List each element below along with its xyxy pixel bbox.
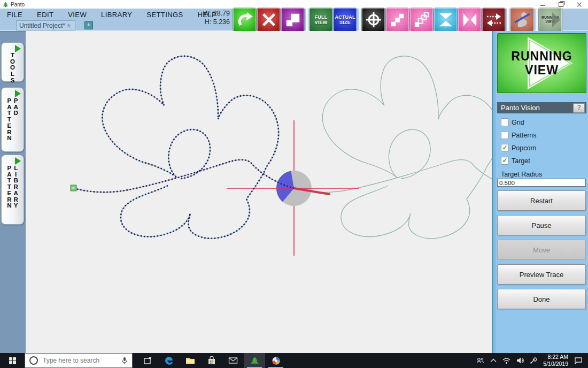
cancel-button[interactable] bbox=[257, 8, 280, 32]
panto-vision-header: Panto Vision ? bbox=[497, 102, 586, 113]
speaker-icon[interactable] bbox=[516, 357, 524, 364]
checkbox-row-target[interactable]: ✓ Target bbox=[501, 157, 586, 165]
left-sidebar: T O O L S P A T T E R N P A D P A T T E … bbox=[0, 31, 26, 354]
panel-divider[interactable] bbox=[492, 31, 496, 353]
size-readout: W: 28.79 H: 5.236 bbox=[191, 9, 230, 27]
panto-app-button[interactable] bbox=[244, 353, 265, 368]
target-radius-input[interactable] bbox=[497, 179, 586, 187]
target-checkbox-label: Target bbox=[512, 157, 530, 165]
quilting-canvas[interactable] bbox=[26, 31, 492, 353]
store-button[interactable] bbox=[201, 353, 222, 368]
play-arrow-icon bbox=[552, 12, 560, 27]
start-button[interactable] bbox=[0, 353, 25, 368]
target-radius-label: Target Radius bbox=[501, 171, 586, 178]
horizontal-triangles-icon bbox=[462, 12, 478, 28]
toolbar-separator bbox=[536, 8, 538, 32]
actual-size-button[interactable]: ACTUAL SIZE bbox=[334, 8, 357, 32]
swap-direction-button[interactable] bbox=[482, 8, 505, 32]
task-view-button[interactable] bbox=[137, 353, 158, 368]
mail-button[interactable] bbox=[222, 353, 244, 368]
panto-app-window: Panto FILE EDIT VIEW LIBRARY SETTINGS HE… bbox=[0, 0, 588, 368]
toolbar-separator bbox=[306, 8, 308, 32]
toolbar: FULL VIEW ACTUAL SIZE bbox=[233, 7, 563, 32]
stairs-filled-button[interactable] bbox=[386, 8, 409, 32]
undo-button[interactable] bbox=[233, 8, 256, 32]
done-button[interactable]: Done bbox=[497, 289, 586, 309]
menu-library[interactable]: LIBRARY bbox=[101, 11, 132, 19]
taskbar-app-icons bbox=[137, 353, 287, 368]
flip-horizontal-button[interactable] bbox=[458, 8, 481, 32]
action-center-icon[interactable] bbox=[574, 357, 583, 364]
flip-vertical-button[interactable] bbox=[434, 8, 457, 32]
checkbox-row-grid[interactable]: Grid bbox=[501, 118, 586, 126]
pad-label: P A D bbox=[14, 98, 18, 142]
running-view-line1: RUNNING bbox=[511, 49, 572, 63]
people-icon[interactable] bbox=[476, 357, 484, 364]
pattern-path-repeat-2 bbox=[294, 56, 492, 239]
undo-arrow-icon bbox=[236, 11, 253, 28]
taskbar-clock[interactable]: 8:22 AM 5/10/2019 bbox=[543, 354, 568, 367]
cortana-icon bbox=[29, 356, 38, 365]
pantograph-drawing bbox=[26, 31, 492, 353]
sidebar-tab-pattern-library[interactable]: P A T T E R N L I B R A R Y bbox=[1, 155, 24, 225]
patterns-checkbox[interactable] bbox=[501, 131, 509, 139]
search-input[interactable] bbox=[42, 356, 118, 365]
usb-connector-icon[interactable] bbox=[530, 357, 537, 364]
running-view-button[interactable]: RUNNING VIEW bbox=[497, 33, 586, 93]
pause-button[interactable]: Pause bbox=[497, 215, 586, 235]
windows-taskbar: 8:22 AM 5/10/2019 bbox=[0, 353, 588, 368]
crosshair-target-icon bbox=[365, 11, 382, 28]
close-button[interactable] bbox=[570, 0, 588, 9]
stairs-filled-icon bbox=[390, 12, 406, 28]
stairs-outline-button[interactable] bbox=[410, 8, 433, 32]
app-icon bbox=[3, 2, 9, 7]
window-title: Panto bbox=[11, 2, 25, 7]
target-button[interactable] bbox=[362, 8, 385, 32]
menubar: FILE EDIT VIEW LIBRARY SETTINGS HELP bbox=[7, 11, 216, 19]
grid-checkbox[interactable] bbox=[501, 118, 509, 126]
edge-button[interactable] bbox=[158, 353, 180, 368]
add-project-tab-button[interactable]: + bbox=[84, 21, 93, 29]
checkbox-row-patterns[interactable]: Patterns bbox=[501, 131, 586, 139]
task-view-icon bbox=[143, 356, 152, 365]
microphone-icon bbox=[121, 357, 128, 365]
menu-view[interactable]: VIEW bbox=[68, 11, 87, 19]
toolbar-separator bbox=[359, 8, 361, 32]
toolbar-separator bbox=[507, 8, 509, 32]
popcorn-checkbox[interactable]: ✓ bbox=[501, 144, 509, 152]
mail-icon bbox=[228, 357, 238, 364]
folder-icon bbox=[185, 357, 195, 365]
sidebar-tab-tools[interactable]: T O O L S bbox=[1, 42, 24, 82]
running-view-toolbar-button[interactable]: RUNNING VIEW bbox=[539, 8, 562, 32]
taskbar-search[interactable] bbox=[25, 353, 133, 368]
stitched-dots-path bbox=[74, 56, 294, 239]
file-explorer-button[interactable] bbox=[180, 353, 201, 368]
menu-file[interactable]: FILE bbox=[7, 11, 22, 19]
full-view-button[interactable]: FULL VIEW bbox=[310, 8, 332, 32]
menu-edit[interactable]: EDIT bbox=[37, 11, 53, 19]
project-tab-label: Untitled Project* bbox=[19, 22, 65, 29]
help-button[interactable]: ? bbox=[573, 103, 585, 113]
move-button[interactable]: Move bbox=[497, 240, 586, 260]
clock-time: 8:22 AM bbox=[543, 354, 568, 361]
wifi-icon[interactable] bbox=[502, 358, 510, 364]
pattern-squares-button[interactable] bbox=[281, 8, 304, 32]
menu-settings[interactable]: SETTINGS bbox=[146, 11, 183, 19]
preview-trace-button[interactable]: Preview Trace bbox=[497, 264, 586, 285]
checkbox-row-popcorn[interactable]: ✓ Popcorn bbox=[501, 144, 586, 152]
running-view-line2: VIEW bbox=[525, 63, 559, 77]
cursor-icon bbox=[67, 23, 72, 28]
width-readout: W: 28.79 bbox=[191, 9, 230, 18]
restart-button[interactable]: Restart bbox=[497, 190, 586, 211]
x-icon bbox=[261, 12, 277, 28]
library-label: L I B R A R Y bbox=[14, 165, 18, 209]
target-checkbox[interactable]: ✓ bbox=[501, 157, 509, 165]
dashed-arrows-icon bbox=[485, 11, 502, 28]
chevron-up-icon[interactable] bbox=[490, 358, 497, 363]
paint-palette-icon bbox=[272, 356, 281, 365]
vertical-triangles-icon bbox=[438, 12, 454, 28]
designer-app-button[interactable] bbox=[265, 353, 287, 368]
project-tab[interactable]: Untitled Project* bbox=[16, 20, 75, 30]
sidebar-tab-pattern-pad[interactable]: P A T T E R N P A D bbox=[1, 87, 24, 152]
panto-person-button[interactable] bbox=[510, 8, 533, 32]
